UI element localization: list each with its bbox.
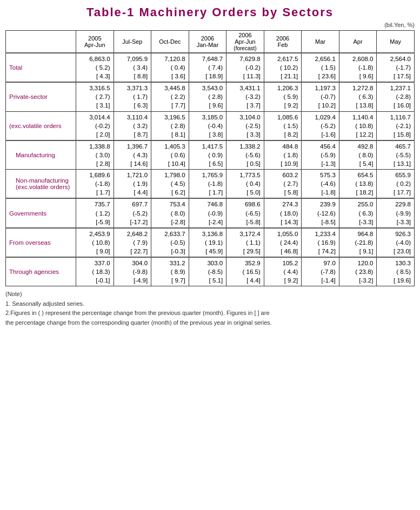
data-cell-r1-c6: 1,197.3(-0.7)[ 10.2] <box>302 82 339 111</box>
data-cell-r6-c3: 3,136.8( 19.1)[ 45.9] <box>189 228 226 257</box>
data-cell-r2-c3: 3,185.0(-0.4)[ 3.8] <box>189 111 226 140</box>
row-label-3: Manufacturing <box>6 140 76 170</box>
col6-header: 2006 Feb <box>264 31 302 53</box>
col5-header: 2006 Apr-Jun (forecast) <box>226 31 264 53</box>
data-cell-r3-c2: 1,405.3( 0.6)[ 10.4] <box>151 140 189 170</box>
row-label-6: From overseas <box>6 228 76 257</box>
data-cell-r1-c4: 3,431.1(-3.2)[ 3.7] <box>226 82 264 111</box>
data-cell-r6-c2: 2,633.7(-0.5)[-0.3] <box>151 228 189 257</box>
data-cell-r7-c7: 120.0( 23.8)[-3.2] <box>339 257 377 286</box>
data-cell-r7-c1: 304.0(-9.8)[-4.9] <box>114 257 151 286</box>
data-cell-r2-c1: 3,110.4( 3.2)[ 8.7] <box>114 111 151 140</box>
notes-header: (Note) <box>5 290 415 299</box>
data-cell-r5-c4: 698.6(-6.5)[-5.8] <box>226 198 264 227</box>
data-cell-r3-c1: 1,396.7( 4.3)[ 14.6] <box>114 140 151 170</box>
row-label-5: Governments <box>6 198 76 227</box>
data-cell-r3-c3: 1,417.5( 0.9)[ 6.5] <box>189 140 226 170</box>
data-cell-r5-c2: 753.4( 8.0)[-2.8] <box>151 198 189 227</box>
data-cell-r5-c3: 746.8(-0.9)[-2.4] <box>189 198 226 227</box>
data-cell-r0-c5: 2,617.5( 10.2)[ 21.1] <box>264 53 302 82</box>
data-cell-r0-c4: 7,629.8(-0.2)[ 11.3] <box>226 53 264 82</box>
note3: the percentage change from the correspon… <box>5 318 415 328</box>
row-label-1: Private-sector <box>6 82 76 111</box>
unit-note: (bil.Yen, %) <box>5 22 415 28</box>
data-cell-r6-c8: 926.3(-4.0)[ 23.0] <box>377 228 415 257</box>
data-cell-r3-c5: 484.8( 1.8)[ 10.9] <box>264 140 302 170</box>
data-cell-r4-c4: 1,773.5( 0.4)[ 5.0] <box>226 170 264 199</box>
row-label-4: Non-manufacturing(exc.volatile orders) <box>6 170 76 199</box>
data-cell-r7-c2: 331.2( 8.9)[ 9.7] <box>151 257 189 286</box>
data-cell-r6-c5: 1,055.0( 24.4)[ 46.8] <box>264 228 302 257</box>
data-cell-r6-c0: 2,453.9( 10.8)[ 9.0] <box>76 228 114 257</box>
data-cell-r4-c8: 655.9( 0.2)[ 17.7] <box>377 170 415 199</box>
main-table: 2005 Apr-Jun Jul-Sep Oct-Dec 2006 Jan-Ma… <box>5 30 415 286</box>
data-cell-r3-c8: 465.7(-5.5)[ 13.1] <box>377 140 415 170</box>
data-cell-r1-c0: 3,316.5( 2.7)[ 3.1] <box>76 82 114 111</box>
data-cell-r4-c7: 654.5( 13.8)[ 18.2] <box>339 170 377 199</box>
data-cell-r1-c1: 3,371.3( 1.7)[ 6.3] <box>114 82 151 111</box>
data-cell-r4-c6: 575.3(-4.6)[-1.8] <box>302 170 339 199</box>
data-cell-r5-c8: 229.8(-9.9)[-3.3] <box>377 198 415 227</box>
data-cell-r0-c6: 2,656.1( 1.5)[ 23.6] <box>302 53 339 82</box>
data-cell-r1-c7: 1,272.8( 6.3)[ 13.8] <box>339 82 377 111</box>
page-title: Table-1 Machinery Orders by Sectors <box>5 5 415 19</box>
data-cell-r5-c6: 239.9(-12.6)[-8.5] <box>302 198 339 227</box>
data-cell-r5-c7: 255.0( 6.3)[-3.3] <box>339 198 377 227</box>
row-label-2: (exc.volatile orders <box>6 111 76 140</box>
data-cell-r7-c4: 352.9( 16.5)[ 4.4] <box>226 257 264 286</box>
data-cell-r0-c3: 7,648.7( 7.4)[ 18.9] <box>189 53 226 82</box>
row-label-7: Through agencies <box>6 257 76 286</box>
data-cell-r5-c5: 274.3( 18.0)[ 14.3] <box>264 198 302 227</box>
col7-header: Mar <box>302 31 339 53</box>
data-cell-r6-c1: 2,648.2( 7.9)[ 22.7] <box>114 228 151 257</box>
data-cell-r3-c4: 1,338.2(-5.6)[ 0.5] <box>226 140 264 170</box>
data-cell-r5-c1: 697.7(-5.2)[-17.2] <box>114 198 151 227</box>
data-cell-r2-c6: 1,029.4(-5.2)[-1.6] <box>302 111 339 140</box>
data-cell-r3-c0: 1,338.8( 3.0)[ 2.8] <box>76 140 114 170</box>
data-cell-r7-c3: 303.0(-8.5)[ 5.1] <box>189 257 226 286</box>
col1-header: 2005 Apr-Jun <box>76 31 114 53</box>
data-cell-r0-c8: 2,564.0(-1.7)[ 17.5] <box>377 53 415 82</box>
col3-header: Oct-Dec <box>151 31 189 53</box>
data-cell-r2-c7: 1,140.4( 10.8)[ 12.2] <box>339 111 377 140</box>
data-cell-r1-c5: 1,206.3( 5.9)[ 9.2] <box>264 82 302 111</box>
col8-header: Apr <box>339 31 377 53</box>
data-cell-r4-c1: 1,721.0( 1.9)[ 4.4] <box>114 170 151 199</box>
data-cell-r0-c1: 7,095.9( 3.4)[ 8.8] <box>114 53 151 82</box>
data-cell-r2-c2: 3,196.5( 2.8)[ 8.1] <box>151 111 189 140</box>
data-cell-r2-c5: 1,085.6( 1.5)[ 8.2] <box>264 111 302 140</box>
data-cell-r4-c5: 603.2( 2.7)[ 5.8] <box>264 170 302 199</box>
col4-header: 2006 Jan-Mar <box>189 31 226 53</box>
col2-header: Jul-Sep <box>114 31 151 53</box>
data-cell-r5-c0: 735.7( 1.2)[-5.9] <box>76 198 114 227</box>
data-cell-r6-c4: 3,172.4( 1.1)[ 29.5] <box>226 228 264 257</box>
data-cell-r4-c3: 1,765.9(-1.8)[ 1.7] <box>189 170 226 199</box>
data-cell-r3-c7: 492.8( 8.0)[ 5.4] <box>339 140 377 170</box>
note2: 2.Figures in ( ) represent the percentag… <box>5 308 415 318</box>
col9-header: May <box>377 31 415 53</box>
data-cell-r2-c8: 1,116.7(-2.1)[ 15.8] <box>377 111 415 140</box>
data-cell-r2-c0: 3,014.4(-0.2)[ 2.0] <box>76 111 114 140</box>
data-cell-r3-c6: 456.4(-5.9)[-1.3] <box>302 140 339 170</box>
data-cell-r7-c0: 337.0( 18.3)[-0.1] <box>76 257 114 286</box>
notes-section: (Note) 1. Seasonally adjusted series. 2.… <box>5 290 415 327</box>
data-cell-r1-c3: 3,543.0( 2.8)[ 9.6] <box>189 82 226 111</box>
data-cell-r6-c6: 1,233.4( 16.9)[ 74.2] <box>302 228 339 257</box>
data-cell-r7-c8: 130.3( 8.5)[ 19.6] <box>377 257 415 286</box>
data-cell-r6-c7: 964.8(-21.8)[ 9.1] <box>339 228 377 257</box>
data-cell-r0-c7: 2,608.0(-1.8)[ 9.6] <box>339 53 377 82</box>
data-cell-r0-c2: 7,120.8( 0.4)[ 3.6] <box>151 53 189 82</box>
data-cell-r1-c2: 3,445.8( 2.2)[ 7.7] <box>151 82 189 111</box>
data-cell-r4-c2: 1,798.0( 4.5)[ 6.2] <box>151 170 189 199</box>
data-cell-r4-c0: 1,689.6(-1.8)[ 1.7] <box>76 170 114 199</box>
data-cell-r7-c5: 105.2( 4.4)[ 9.2] <box>264 257 302 286</box>
data-cell-r7-c6: 97.0(-7.8)[-1.4] <box>302 257 339 286</box>
data-cell-r2-c4: 3,104.0(-2.5)[ 3.3] <box>226 111 264 140</box>
row-label-0: Total <box>6 53 76 82</box>
note1: 1. Seasonally adjusted series. <box>5 299 415 309</box>
data-cell-r1-c8: 1,237.1(-2.8)[ 16.0] <box>377 82 415 111</box>
data-cell-r0-c0: 6,863.0( 5.2)[ 4.3] <box>76 53 114 82</box>
